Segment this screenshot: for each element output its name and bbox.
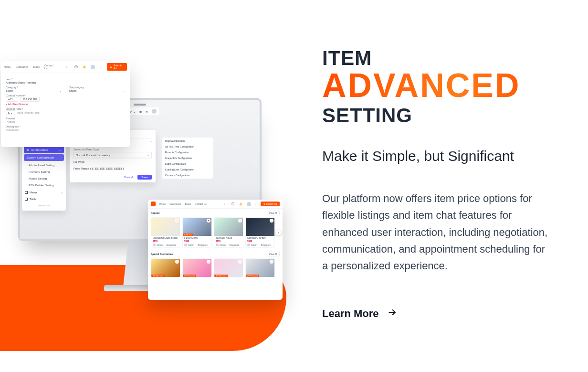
submit-ad-label: Submit Ad (114, 64, 124, 70)
product-card[interactable]: ♡2% Discount (151, 258, 180, 277)
plus-icon: ⊕ (110, 65, 112, 68)
form-body: Item * Authentic Shoes Reselling Categor… (1, 73, 130, 134)
carousel-next-button[interactable]: › (275, 230, 281, 235)
marketplace-card: Home Categories Blogs Contact Us ⌕ 💬 🔔 ⌄… (148, 200, 283, 300)
original-price-row: $ ⌄ Input Original Price (6, 110, 125, 115)
section-title: Popular (151, 212, 160, 214)
discount-badge: 2% Discount (246, 275, 259, 277)
sold-out-badge: Sold Out (183, 234, 193, 236)
form-topbar: Home Categories Blogs Contact Us ⌕ 💬 🔔 ⌄… (1, 61, 130, 73)
heart-icon[interactable]: ♡ (175, 260, 179, 264)
heart-icon[interactable]: ♡ (270, 260, 273, 264)
market-topbar: Home Categories Blogs Contact Us ⌕ 💬 🔔 ⌄… (148, 200, 283, 209)
description-input[interactable]: Description (6, 128, 125, 131)
chevron-down-icon: ⌄ (100, 65, 102, 68)
chevron-down-icon: ⌄ (123, 89, 125, 92)
product-card[interactable]: ♥ Sold Out Flower Crown $$$$ Admin · Sin… (182, 217, 212, 248)
heart-icon[interactable]: ♡ (207, 260, 210, 264)
product-title: Flower Crown (183, 236, 211, 240)
discount-badge: 2% Discount (151, 275, 165, 277)
product-card[interactable]: ♡2% Discount (214, 258, 243, 277)
contact-row: +63 ⌄ 123 456 789 (6, 97, 125, 102)
search-icon[interactable]: ⌕ (66, 65, 69, 68)
nav-contact[interactable]: Contact Us (44, 64, 56, 70)
product-meta: Admin · Singapore (151, 243, 180, 247)
phone-input[interactable]: 123 456 789 (20, 97, 40, 102)
view-all-button[interactable]: View All (267, 252, 280, 256)
phone-prefix-select[interactable]: +63 ⌄ (6, 97, 18, 102)
nav-categories[interactable]: Categories (16, 65, 29, 68)
learn-more-link[interactable]: Learn More (322, 308, 397, 320)
product-meta: Admin · Singapore (246, 243, 274, 247)
product-card[interactable]: ♡2% Discount (245, 258, 275, 277)
nav-blogs[interactable]: Blogs (185, 202, 191, 205)
discount-badge: 2% Discount (214, 275, 228, 277)
chevron-down-icon: ⌄ (59, 89, 62, 92)
avatar (216, 244, 219, 246)
avatar[interactable] (91, 65, 94, 69)
nav-blogs[interactable]: Blogs (33, 65, 40, 68)
percent-label: Percent (6, 117, 125, 120)
popular-grid: ♡ Christopher Lowell Seattle $$$$ Admin … (151, 217, 280, 248)
product-card[interactable]: ♡ Gaming PC for Buy $$$$ Admin · Singapo… (245, 217, 275, 248)
hero-title-line1: ITEM (322, 48, 549, 69)
heart-icon[interactable]: ♡ (238, 260, 242, 264)
chevron-down-icon: ⌄ (10, 111, 13, 114)
bell-icon[interactable]: 🔔 (239, 202, 243, 205)
promo-grid: ♡2% Discount ♡2% Discount ♡2% Discount ♡… (151, 258, 280, 277)
section-title: Special Promotions (151, 253, 173, 255)
product-card[interactable]: ♡ Two Story House $$$$ Admin · Singapore (214, 217, 243, 248)
nav-contact[interactable]: Contact Us (195, 202, 207, 205)
hero-graphic: English ⌄ ◐ ✉ ⚙ Configuration ⌄ System C… (0, 0, 296, 372)
heart-icon[interactable]: ♡ (270, 219, 273, 223)
product-meta: Admin · Singapore (214, 243, 243, 247)
product-thumb: ♡2% Discount (214, 259, 243, 277)
product-title: Christopher Lowell Seattle (151, 236, 180, 240)
learn-more-label: Learn More (322, 308, 379, 320)
nav-home[interactable]: Home (4, 65, 11, 68)
submit-ad-label: Submit Ad (266, 202, 277, 205)
item-label: Item * (6, 78, 125, 81)
product-thumb: ♡ (214, 218, 243, 236)
chat-icon[interactable]: 💬 (231, 202, 235, 205)
heart-icon[interactable]: ♥ (207, 219, 210, 223)
product-card[interactable]: ♡2% Discount (182, 258, 212, 277)
submit-ad-button[interactable]: ⊕ Submit Ad (261, 202, 280, 206)
product-meta: Admin · Singapore (183, 243, 211, 247)
plus-icon: ⊕ (263, 202, 265, 205)
product-card[interactable]: ♡ Christopher Lowell Seattle $$$$ Admin … (151, 217, 180, 248)
hero-title-line2: ADVANCED (322, 69, 549, 102)
product-thumb: ♡2% Discount (246, 259, 274, 277)
avatar[interactable] (247, 202, 251, 206)
add-number-link[interactable]: + Add New Number (6, 103, 125, 106)
percent-input[interactable]: Percent (6, 120, 125, 123)
avatar (184, 244, 187, 246)
product-thumb: ♡ (151, 218, 180, 236)
chevron-down-icon: ⌄ (255, 202, 257, 205)
heart-icon[interactable]: ♡ (175, 219, 179, 223)
avatar (247, 244, 250, 246)
bell-icon[interactable]: 🔔 (83, 65, 86, 68)
product-title: Two Story House (214, 236, 243, 240)
item-form-card: Home Categories Blogs Contact Us ⌕ 💬 🔔 ⌄… (1, 61, 130, 147)
nav-categories[interactable]: Categories (169, 202, 181, 205)
logo-icon (151, 202, 156, 206)
product-thumb: ♡ (246, 218, 274, 236)
subcategory-select[interactable]: Shoes ⌄ (69, 89, 125, 92)
arrow-right-icon (388, 308, 397, 320)
product-thumb: ♡2% Discount (183, 259, 211, 277)
currency-select[interactable]: $ ⌄ (6, 110, 15, 115)
submit-ad-button[interactable]: ⊕Submit Ad (107, 63, 127, 71)
nav-home[interactable]: Home (159, 202, 166, 205)
search-icon[interactable]: ⌕ (224, 202, 228, 205)
view-all-button[interactable]: View All (267, 211, 280, 215)
original-price-input[interactable]: Input Original Price (17, 111, 40, 114)
hero-copy: ITEM ADVANCED SETTING Make it Simple, bu… (322, 48, 549, 320)
product-thumb: ♡2% Discount (151, 259, 180, 277)
popular-section: Popular View All ♡ Christopher Lowell Se… (148, 209, 283, 250)
category-select[interactable]: Sports ⌄ (6, 89, 62, 92)
promo-section: Special Promotions View All ♡2% Discount… (148, 250, 283, 279)
chat-icon[interactable]: 💬 (74, 65, 78, 68)
heart-icon[interactable]: ♡ (238, 219, 242, 223)
product-title: Gaming PC for Buy (246, 236, 274, 240)
